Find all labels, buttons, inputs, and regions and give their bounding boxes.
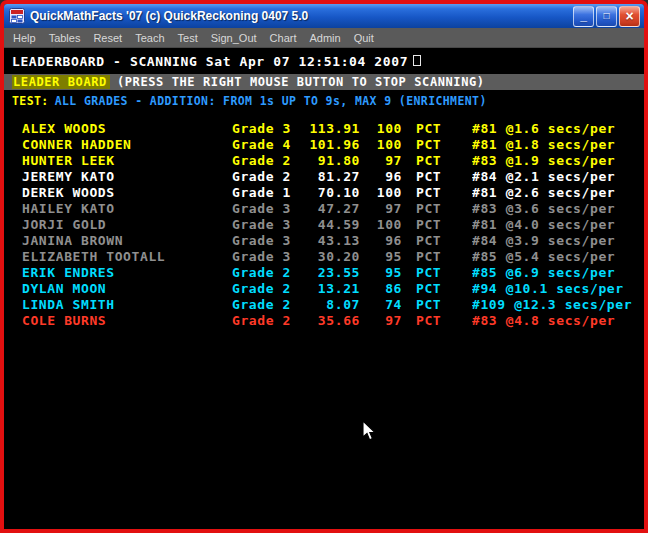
student-name: DEREK WOODS	[22, 185, 232, 201]
window-title: QuickMathFacts '07 (c) QuickReckoning 04…	[30, 9, 568, 23]
rank-rate: #83 @1.9 secs/per	[472, 153, 644, 169]
percent-correct: 95	[360, 249, 402, 265]
rank-rate: #85 @5.4 secs/per	[472, 249, 644, 265]
menu-item-test[interactable]: Test	[178, 32, 198, 44]
student-name: DYLAN MOON	[22, 281, 232, 297]
student-name: JEREMY KATO	[22, 169, 232, 185]
table-row: DEREK WOODS Grade 1 70.10 100 PCT #81 @2…	[4, 185, 644, 201]
percent-label: PCT	[402, 217, 472, 233]
menu-item-reset[interactable]: Reset	[93, 32, 122, 44]
grade: Grade 2	[232, 297, 300, 313]
student-name: LINDA SMITH	[22, 297, 232, 313]
rank-rate: #81 @1.6 secs/per	[472, 121, 644, 137]
rank-rate: #94 @10.1 secs/per	[472, 281, 644, 297]
grade: Grade 2	[232, 281, 300, 297]
score: 8.07	[300, 297, 360, 313]
grade: Grade 3	[232, 249, 300, 265]
table-row: JEREMY KATO Grade 2 81.27 96 PCT #84 @2.…	[4, 169, 644, 185]
student-name: CONNER HADDEN	[22, 137, 232, 153]
table-row: COLE BURNS Grade 2 35.66 97 PCT #83 @4.8…	[4, 313, 644, 329]
percent-label: PCT	[402, 121, 472, 137]
percent-correct: 74	[360, 297, 402, 313]
percent-label: PCT	[402, 297, 472, 313]
scanning-hint: (PRESS THE RIGHT MOUSE BUTTON TO STOP SC…	[117, 75, 485, 89]
percent-correct: 96	[360, 233, 402, 249]
close-button[interactable]: ×	[619, 6, 640, 27]
percent-correct: 100	[360, 137, 402, 153]
percent-correct: 95	[360, 265, 402, 281]
test-description: ALL GRADES - ADDITION: FROM 1s UP TO 9s,…	[55, 94, 487, 108]
student-name: ERIK ENDRES	[22, 265, 232, 281]
grade: Grade 3	[232, 201, 300, 217]
app-window: QuickMathFacts '07 (c) QuickReckoning 04…	[0, 0, 648, 533]
percent-label: PCT	[402, 249, 472, 265]
grade: Grade 4	[232, 137, 300, 153]
mouse-cursor-icon	[362, 420, 376, 442]
rank-rate: #81 @2.6 secs/per	[472, 185, 644, 201]
score: 101.96	[300, 137, 360, 153]
score: 81.27	[300, 169, 360, 185]
percent-label: PCT	[402, 137, 472, 153]
test-line: TEST:ALL GRADES - ADDITION: FROM 1s UP T…	[4, 94, 644, 109]
leaderboard-badge: LEADER BOARD	[12, 75, 110, 89]
score: 91.80	[300, 153, 360, 169]
menu-item-admin[interactable]: Admin	[310, 32, 341, 44]
menu-item-quit[interactable]: Quit	[354, 32, 374, 44]
score: 113.91	[300, 121, 360, 137]
status-text: LEADERBOARD - SCANNING Sat Apr 07 12:51:…	[12, 54, 408, 69]
rank-rate: #109 @12.3 secs/per	[472, 297, 644, 313]
leaderboard-rows: ALEX WOODS Grade 3 113.91 100 PCT #81 @1…	[4, 121, 644, 329]
menu-item-sign_out[interactable]: Sign_Out	[211, 32, 257, 44]
percent-correct: 100	[360, 121, 402, 137]
percent-correct: 100	[360, 185, 402, 201]
table-row: ALEX WOODS Grade 3 113.91 100 PCT #81 @1…	[4, 121, 644, 137]
rank-rate: #84 @3.9 secs/per	[472, 233, 644, 249]
minimize-button[interactable]: _	[573, 6, 594, 27]
rank-rate: #83 @3.6 secs/per	[472, 201, 644, 217]
student-name: HAILEY KATO	[22, 201, 232, 217]
maximize-button[interactable]: □	[596, 6, 617, 27]
student-name: COLE BURNS	[22, 313, 232, 329]
grade: Grade 3	[232, 233, 300, 249]
grade: Grade 2	[232, 313, 300, 329]
menu-item-help[interactable]: Help	[13, 32, 36, 44]
percent-correct: 97	[360, 201, 402, 217]
percent-label: PCT	[402, 281, 472, 297]
menu-item-chart[interactable]: Chart	[270, 32, 297, 44]
test-label: TEST:	[12, 94, 49, 108]
status-line: LEADERBOARD - SCANNING Sat Apr 07 12:51:…	[4, 48, 644, 72]
percent-correct: 86	[360, 281, 402, 297]
score: 13.21	[300, 281, 360, 297]
score: 35.66	[300, 313, 360, 329]
percent-label: PCT	[402, 185, 472, 201]
window-controls: _ □ ×	[573, 6, 640, 27]
client-area: LEADERBOARD - SCANNING Sat Apr 07 12:51:…	[4, 48, 644, 528]
percent-label: PCT	[402, 233, 472, 249]
grade: Grade 2	[232, 169, 300, 185]
title-bar[interactable]: QuickMathFacts '07 (c) QuickReckoning 04…	[4, 4, 644, 28]
percent-label: PCT	[402, 201, 472, 217]
table-row: LINDA SMITH Grade 2 8.07 74 PCT #109 @12…	[4, 297, 644, 313]
rank-rate: #85 @6.9 secs/per	[472, 265, 644, 281]
score: 70.10	[300, 185, 360, 201]
rank-rate: #81 @4.0 secs/per	[472, 217, 644, 233]
table-row: HUNTER LEEK Grade 2 91.80 97 PCT #83 @1.…	[4, 153, 644, 169]
leaderboard-header: LEADER BOARD (PRESS THE RIGHT MOUSE BUTT…	[4, 74, 644, 90]
score: 23.55	[300, 265, 360, 281]
table-row: CONNER HADDEN Grade 4 101.96 100 PCT #81…	[4, 137, 644, 153]
percent-label: PCT	[402, 265, 472, 281]
rank-rate: #84 @2.1 secs/per	[472, 169, 644, 185]
menu-item-teach[interactable]: Teach	[135, 32, 164, 44]
table-row: HAILEY KATO Grade 3 47.27 97 PCT #83 @3.…	[4, 201, 644, 217]
percent-label: PCT	[402, 153, 472, 169]
table-row: ELIZABETH TOOTALL Grade 3 30.20 95 PCT #…	[4, 249, 644, 265]
grade: Grade 3	[232, 217, 300, 233]
score: 43.13	[300, 233, 360, 249]
percent-correct: 100	[360, 217, 402, 233]
menu-item-tables[interactable]: Tables	[49, 32, 81, 44]
grade: Grade 2	[232, 153, 300, 169]
percent-correct: 97	[360, 313, 402, 329]
rank-rate: #81 @1.8 secs/per	[472, 137, 644, 153]
student-name: HUNTER LEEK	[22, 153, 232, 169]
table-row: JORJI GOLD Grade 3 44.59 100 PCT #81 @4.…	[4, 217, 644, 233]
